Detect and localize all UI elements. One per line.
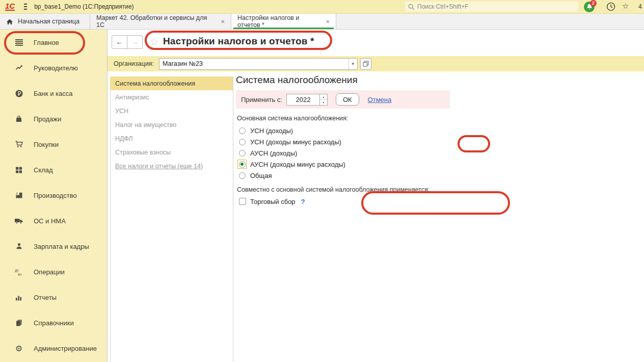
tab-market[interactable]: Маркет 42. Обработки и сервисы для 1С ×	[90, 14, 231, 29]
search-icon	[408, 4, 415, 10]
organization-label: Организация:	[114, 60, 154, 67]
sidebar-item-administrirovanie[interactable]: ⚙ Администрирование	[0, 335, 107, 361]
help-question-icon[interactable]: ?	[301, 198, 305, 205]
main-system-label: Основная система налогообложения:	[237, 115, 644, 123]
sidebar-item-sklad[interactable]: Склад	[0, 157, 107, 183]
menu-icon	[13, 42, 24, 43]
svg-text:Дт: Дт	[15, 268, 19, 272]
apply-from-label: Применить с:	[241, 96, 282, 104]
sidebar-item-otchety[interactable]: Отчеты	[0, 285, 107, 310]
list-item-usn[interactable]: УСН	[110, 104, 233, 118]
add-to-favorites-star-icon[interactable]: ☆	[150, 36, 159, 48]
tax-system-panel: Система налогообложения Применить с: 202…	[236, 73, 644, 206]
open-in-window-icon	[363, 61, 369, 67]
clock-icon	[606, 2, 615, 11]
cancel-link[interactable]: Отмена	[368, 96, 392, 104]
1c-logo: 1С	[5, 3, 15, 11]
list-item-nalog-na-imushchestvo[interactable]: Налог на имущество	[110, 118, 233, 132]
back-button[interactable]: ←	[112, 35, 127, 49]
sidebar-item-operacii[interactable]: Дт Кт Операции	[0, 259, 107, 285]
organization-strip: Организация: Магазин №23 ▾	[108, 56, 644, 71]
radio-ausn-dokhody[interactable]: АУСН (доходы)	[236, 147, 644, 159]
truck-icon	[13, 217, 24, 225]
tab-market-label: Маркет 42. Обработки и сервисы для 1С	[96, 14, 216, 29]
books-icon	[13, 319, 24, 327]
ruble-icon	[13, 89, 24, 98]
active-tab-underline	[233, 28, 334, 29]
trade-fee-row: Торговый сбор ?	[236, 197, 644, 206]
joint-system-label: Совместно с основной системой налогообло…	[237, 186, 644, 195]
trend-icon	[13, 64, 24, 72]
spin-down-icon[interactable]: ▾	[320, 100, 327, 105]
bag-icon	[13, 115, 24, 123]
history-button[interactable]	[606, 2, 615, 11]
sidebar-item-proizvodstvo[interactable]: Производство	[0, 183, 107, 208]
main-menu-button[interactable]	[15, 2, 27, 11]
panel-heading: Система налогообложения	[236, 73, 644, 87]
sidebar-item-pokupki[interactable]: Покупки	[0, 132, 107, 157]
debit-credit-icon: Дт Кт	[13, 268, 24, 276]
search-placeholder: Поиск Ctrl+Shift+F	[417, 3, 469, 10]
radio-ausn-dokhody-minus-raskhody[interactable]: АУСН (доходы минус расходы)	[236, 159, 644, 170]
sidebar-item-glavnoe[interactable]: Главное	[0, 30, 107, 55]
organization-value: Магазин №23	[159, 60, 348, 67]
forward-button[interactable]: →	[127, 35, 143, 49]
organization-open-button[interactable]	[360, 58, 371, 70]
apply-year-input[interactable]: 2022	[286, 94, 320, 106]
panel-right-divider	[233, 76, 233, 362]
radio-icon	[239, 139, 246, 145]
radio-icon	[239, 172, 246, 179]
trade-fee-checkbox[interactable]	[239, 198, 246, 205]
spin-up-icon[interactable]: ▴	[320, 94, 327, 100]
svg-text:Кт: Кт	[18, 272, 22, 276]
tab-tax-settings[interactable]: Настройки налогов и отчетов * ×	[231, 14, 336, 29]
favorites-button[interactable]: ☆	[622, 2, 629, 11]
form-navigation-row: ← → ☆ Настройки налогов и отчетов *	[108, 30, 644, 53]
sidebar-item-os-i-nma[interactable]: ОС и НМА	[0, 208, 107, 234]
sections-sidebar: Главное Руководителю Банк и касса Продаж…	[0, 30, 107, 362]
ok-button[interactable]: ОК	[336, 93, 359, 106]
sidebar-item-prodazhi[interactable]: Продажи	[0, 106, 107, 132]
radio-usn-dokhody[interactable]: УСН (доходы)	[236, 125, 644, 136]
grid-icon	[13, 166, 24, 174]
list-item-antikrizis[interactable]: Антикризис	[110, 90, 233, 104]
tax-sections-list: Система налогообложения Антикризис УСН Н…	[110, 76, 233, 173]
hamburger-icon	[24, 4, 27, 5]
radio-selected-icon	[239, 161, 246, 168]
tab-tax-settings-label: Настройки налогов и отчетов *	[237, 14, 321, 29]
close-tab-icon[interactable]: ×	[326, 18, 330, 25]
global-search-input[interactable]: Поиск Ctrl+Shift+F	[405, 2, 578, 12]
radio-usn-dokhody-minus-raskhody[interactable]: УСН (доходы минус расходы)	[236, 136, 644, 147]
page-title: Настройки налогов и отчетов *	[163, 36, 314, 47]
chevron-down-icon[interactable]: ▾	[348, 59, 357, 69]
list-item-sistema-nalogooblozheniya[interactable]: Система налогообложения	[110, 76, 233, 90]
person-icon	[13, 242, 24, 250]
1c-application-window: 1С bp_base1_Demo (1С:Предприятие) Поиск …	[0, 0, 644, 362]
bar-chart-icon	[13, 294, 24, 301]
all-taxes-link[interactable]: Все налоги и отчеты (еще 14)	[110, 159, 233, 173]
gear-icon: ⚙	[13, 344, 24, 353]
sidebar-item-spravochniki[interactable]: Справочники	[0, 310, 107, 335]
list-item-strakhovye-vznosy[interactable]: Страховые взносы	[110, 145, 233, 159]
radio-icon	[239, 127, 246, 134]
sidebar-item-bank-i-kassa[interactable]: Банк и касса	[0, 81, 107, 106]
titlebar-clipped-text: 4	[638, 3, 642, 10]
tab-home-label: Начальная страница	[18, 18, 79, 25]
tab-home[interactable]: Начальная страница	[0, 14, 90, 29]
notification-badge: 2	[590, 0, 597, 7]
factory-icon	[13, 191, 24, 199]
radio-obshchaya[interactable]: Общая	[236, 170, 644, 181]
year-spinner[interactable]: ▴ ▾	[320, 94, 328, 106]
home-icon	[6, 18, 13, 25]
close-tab-icon[interactable]: ×	[221, 18, 225, 25]
radio-icon	[239, 150, 246, 157]
open-windows-tabbar: Начальная страница Маркет 42. Обработки …	[0, 14, 644, 30]
tax-settings-window: ← → ☆ Настройки налогов и отчетов * Орга…	[107, 30, 644, 362]
sidebar-item-rukovoditelyu[interactable]: Руководителю	[0, 55, 107, 81]
tax-system-radio-group: УСН (доходы) УСН (доходы минус расходы) …	[236, 125, 644, 181]
list-item-ndfl[interactable]: НДФЛ	[110, 132, 233, 145]
organization-combobox[interactable]: Магазин №23 ▾	[159, 58, 358, 70]
history-nav-buttons: ← →	[112, 35, 143, 49]
sidebar-item-zarplata-i-kadry[interactable]: Зарплата и кадры	[0, 234, 107, 259]
window-title: bp_base1_Demo (1С:Предприятие)	[34, 3, 133, 10]
